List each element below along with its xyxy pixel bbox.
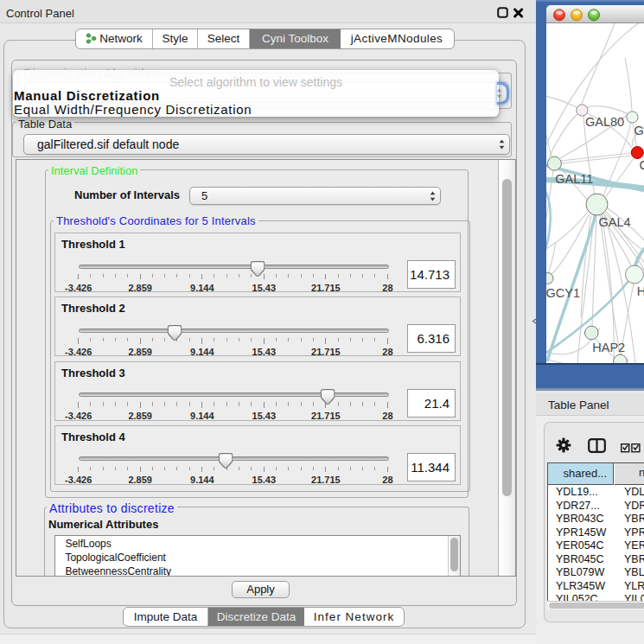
svg-text:C: C: [640, 158, 644, 172]
svg-text:GAL80: GAL80: [585, 115, 624, 129]
svg-text:HAP2: HAP2: [592, 341, 625, 354]
svg-text:GCY1: GCY1: [546, 286, 580, 300]
svg-text:GA: GA: [634, 124, 644, 137]
svg-text:H: H: [637, 284, 644, 298]
svg-text:GAL4: GAL4: [599, 215, 631, 229]
svg-text:GAL11: GAL11: [555, 172, 593, 186]
